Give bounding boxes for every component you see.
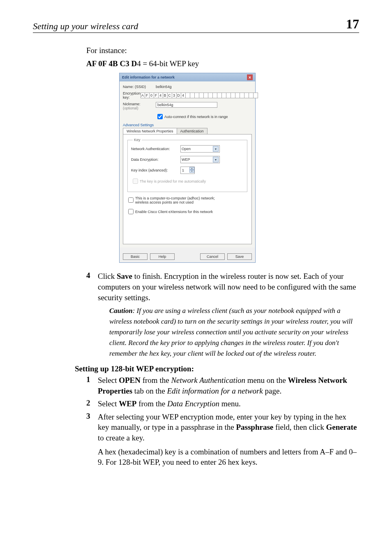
intro-line-1: For instance: <box>86 45 359 56</box>
adhoc-checkbox[interactable] <box>128 197 134 203</box>
cancel-button[interactable]: Cancel <box>200 253 225 260</box>
data-encryption-select[interactable]: WEP ▼ <box>180 156 220 163</box>
tab-authentication[interactable]: Authentication <box>177 128 208 134</box>
close-icon[interactable]: × <box>247 74 253 80</box>
save-button[interactable]: Save <box>227 253 252 260</box>
intro-wep-key-rest: 4 = 64-bit WEP key <box>137 59 199 68</box>
nickname-input[interactable]: belkin54g <box>156 102 217 108</box>
cisco-label: Enable Cisco Client eXtensions for this … <box>135 210 213 214</box>
auto-connect-checkbox[interactable] <box>157 114 163 119</box>
page-header: Setting up your wireless card 17 <box>33 16 359 33</box>
step-number: 2 <box>86 398 98 409</box>
section-128bit-heading: Setting up 128-bit WEP encryption: <box>75 364 359 373</box>
adhoc-label: This is a computer-to-computer (adhoc) n… <box>135 196 226 204</box>
auto-connect-label: Auto-connect if this network is in range <box>164 115 228 119</box>
dialog-title-text: Edit information for a network <box>122 75 175 79</box>
tab-wireless-network-properties[interactable]: Wireless Network Properties <box>123 128 177 134</box>
data-encryption-label: Data Encryption: <box>131 158 180 162</box>
step-2: 2 Select WEP from the Data Encryption me… <box>86 398 359 409</box>
page-number: 17 <box>346 16 359 32</box>
step-1: 1 Select OPEN from the Network Authentic… <box>86 375 359 396</box>
dialog-titlebar: Edit information for a network × <box>120 73 255 81</box>
step-4: 4 Click Save to finish. Encryption in th… <box>86 271 359 359</box>
help-button[interactable]: Help <box>150 253 175 260</box>
dialog-edit-network: Edit information for a network × Name: (… <box>119 73 256 263</box>
spin-up-icon[interactable]: ▲ <box>189 167 194 170</box>
intro-wep-key-bold: AF 0F 4B C3 D <box>86 59 137 68</box>
key-index-stepper[interactable]: 1 ▲ ▼ <box>180 167 195 174</box>
key-index-label: Key index (advanced): <box>131 168 180 172</box>
encryption-key-label: Encryption key: <box>123 91 141 100</box>
step-number: 4 <box>86 271 98 359</box>
chevron-down-icon: ▼ <box>213 157 219 162</box>
name-value: belkin54g <box>156 85 172 89</box>
name-label: Name: (SSID) <box>123 85 156 89</box>
nickname-label: Nickname: (optional) <box>123 102 156 110</box>
network-auth-select[interactable]: Open ▼ <box>180 145 220 153</box>
step-3-paragraph-2: A hex (hexadecimal) key is a combination… <box>98 447 359 468</box>
step-number: 1 <box>86 375 98 396</box>
encryption-key-input[interactable]: AF0F4BC3D4 <box>141 93 258 98</box>
network-auth-label: Network Authentication: <box>131 147 180 151</box>
spin-down-icon[interactable]: ▼ <box>189 170 194 173</box>
chevron-down-icon: ▼ <box>213 146 219 152</box>
key-legend: Key <box>133 138 142 142</box>
cisco-checkbox[interactable] <box>128 209 134 214</box>
key-auto-checkbox <box>133 178 138 184</box>
step-3: 3 After selecting your WEP encryption mo… <box>86 412 359 468</box>
caution-text: : If you are using a wireless client (su… <box>109 307 353 357</box>
step-number: 3 <box>86 412 98 468</box>
caution-label: Caution <box>109 307 133 315</box>
header-title: Setting up your wireless card <box>33 21 138 32</box>
basic-button[interactable]: Basic <box>123 253 148 260</box>
key-auto-label: The key is provided for me automatically <box>140 179 206 183</box>
advanced-settings-link[interactable]: Advanced Settings <box>123 123 252 127</box>
intro-line-2: AF 0F 4B C3 D4 = 64-bit WEP key <box>86 58 359 69</box>
